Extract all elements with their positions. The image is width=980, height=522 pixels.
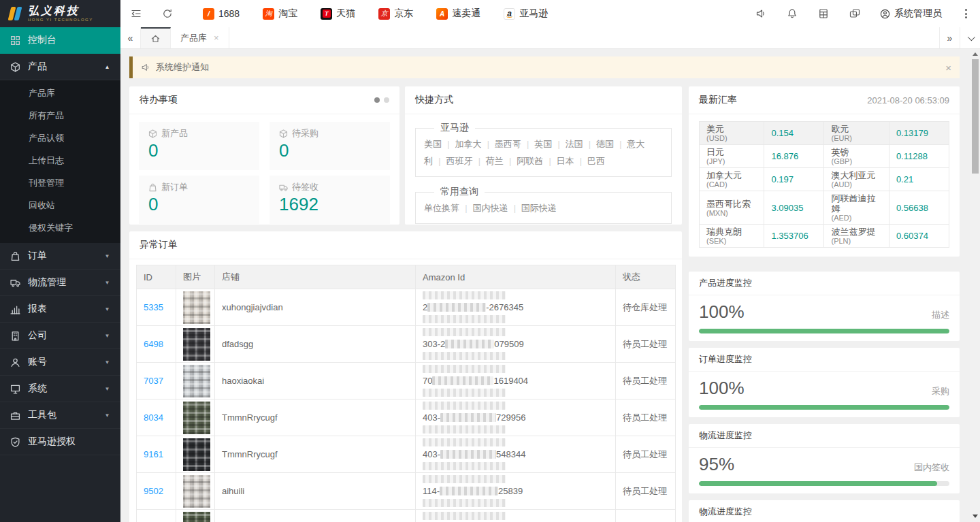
sidebar-item-company[interactable]: 公司 ▼ — [0, 323, 120, 349]
link-tmall[interactable]: 天猫 — [309, 7, 367, 20]
shortcut-link[interactable]: 墨西哥 — [495, 139, 521, 149]
order-id-link[interactable]: 7037 — [144, 376, 163, 386]
main-area: 1688 淘宝 天猫 京东 速卖通 亚马逊 系统管理员 « — [120, 0, 980, 522]
tabs-scroll-right-icon[interactable]: » — [939, 27, 960, 48]
sidebar-item-orders[interactable]: 订单 ▼ — [0, 243, 120, 270]
order-id-link[interactable]: 8034 — [144, 412, 163, 423]
app-window: 弘义科技 HONG YI TECHNOLOGY 控制台 产品 ▲ 产品库 所有产… — [0, 0, 980, 522]
company-building-icon — [10, 331, 20, 341]
col-id: ID — [137, 265, 176, 289]
currency-exchange-icon[interactable] — [839, 0, 870, 27]
maintenance-notice: 系统维护通知 × — [129, 56, 960, 78]
sidebar-item-product-library[interactable]: 产品库 — [0, 82, 120, 104]
tabs-scroll-left-icon[interactable]: « — [120, 27, 141, 48]
sidebar-item-label: 报表 — [28, 303, 47, 315]
sidebar-item-all-products[interactable]: 所有产品 — [0, 104, 120, 127]
product-image-pixelated — [183, 438, 210, 471]
collapse-sidebar-icon[interactable] — [120, 0, 152, 27]
table-row: 5335 xuhongjiajvdian 2-2676345 — [137, 289, 676, 326]
report-chart-icon — [10, 304, 20, 314]
taobao-icon — [263, 8, 274, 20]
sidebar-item-upload-log[interactable]: 上传日志 — [0, 149, 120, 172]
order-id-link[interactable]: 9161 — [144, 449, 163, 459]
shop-name: xuhongjiajvdian — [222, 302, 283, 312]
1688-icon — [203, 8, 214, 20]
sidebar-item-console[interactable]: 控制台 — [0, 27, 120, 54]
rate-row: 日元(JPY) 16.876 英镑(GBP) 0.11288 — [700, 145, 949, 168]
scrollbar-up-arrow-icon[interactable] — [973, 52, 978, 56]
sidebar-item-amazon-auth[interactable]: 亚马逊授权 — [0, 429, 120, 455]
sidebar-item-label: 物流管理 — [28, 276, 66, 289]
shortcut-link[interactable]: 阿联酋 — [517, 156, 543, 166]
sidebar: 弘义科技 HONG YI TECHNOLOGY 控制台 产品 ▲ 产品库 所有产… — [0, 0, 120, 522]
shortcut-link[interactable]: 国内快递 — [472, 203, 508, 213]
sidebar-item-label: 控制台 — [28, 34, 56, 46]
shortcut-link[interactable]: 单位换算 — [424, 203, 459, 213]
user-menu[interactable]: 系统管理员 — [870, 7, 951, 20]
sidebar-item-accounts[interactable]: 账号 ▼ — [0, 349, 120, 376]
shortcut-link[interactable]: 加拿大 — [455, 139, 481, 149]
shortcut-link[interactable]: 法国 — [566, 139, 583, 149]
link-taobao[interactable]: 淘宝 — [251, 7, 309, 20]
link-1688[interactable]: 1688 — [191, 8, 251, 20]
status-badge: 待员工处理 — [623, 376, 667, 386]
status-badge: 待员工处理 — [623, 412, 667, 423]
carousel-dot[interactable] — [384, 97, 389, 103]
chevron-down-icon: ▼ — [105, 412, 110, 419]
progress-bar — [699, 481, 949, 486]
shortcut-link[interactable]: 德国 — [596, 139, 614, 149]
tab-product-library[interactable]: 产品库 × — [171, 27, 229, 48]
sidebar-item-logistics[interactable]: 物流管理 ▼ — [0, 270, 120, 296]
more-options-kebab-icon[interactable] — [951, 0, 980, 27]
notice-close-icon[interactable]: × — [945, 62, 951, 74]
sidebar-item-system[interactable]: 系统 ▼ — [0, 376, 120, 402]
announcement-speaker-icon[interactable] — [745, 0, 777, 27]
notifications-bell-icon[interactable] — [777, 0, 808, 27]
tabs-menu-chevron-icon[interactable] — [960, 27, 980, 48]
sidebar-item-product[interactable]: 产品 ▲ — [0, 54, 120, 80]
chevron-down-icon: ▼ — [105, 280, 110, 286]
shortcut-link[interactable]: 巴西 — [587, 156, 605, 166]
link-aliexpress[interactable]: 速卖通 — [425, 7, 492, 20]
product-image-pixelated — [183, 328, 210, 361]
shortcut-link[interactable]: 西班牙 — [446, 156, 472, 166]
amazon-id-cell: 114-25839 — [416, 473, 616, 510]
tab-home[interactable] — [141, 27, 171, 48]
order-id-link[interactable]: 9502 — [144, 486, 163, 496]
sidebar-item-infringing-keywords[interactable]: 侵权关键字 — [0, 216, 120, 239]
tab-close-icon[interactable]: × — [214, 33, 219, 43]
link-jd[interactable]: 京东 — [367, 7, 425, 20]
col-status: 状态 — [616, 265, 676, 289]
dashboard-icon — [10, 35, 20, 46]
sidebar-item-toolkit[interactable]: 工具包 ▼ — [0, 402, 120, 429]
exchange-rates-table: 美元(USD) 0.154 欧元(EUR) 0.13179 日元(JPY) 16… — [699, 121, 949, 248]
speaker-icon — [141, 63, 150, 72]
shortcut-link[interactable]: 日本 — [557, 156, 574, 166]
order-id-link[interactable]: 5335 — [144, 302, 163, 312]
table-row: 8034 TmmnRrycugf 403-729956 待 — [137, 399, 676, 436]
calculator-icon[interactable] — [808, 0, 839, 27]
shortcut-link[interactable]: 英国 — [534, 139, 552, 149]
shortcut-link[interactable]: 荷兰 — [486, 156, 504, 166]
logistics-progress-card-international: 物流进度监控 96%国际发货 — [689, 500, 960, 522]
sidebar-item-reports[interactable]: 报表 ▼ — [0, 296, 120, 323]
product-image-pixelated — [183, 512, 210, 522]
shortcut-link[interactable]: 美国 — [424, 139, 442, 149]
carousel-dot-active[interactable] — [374, 97, 380, 103]
chevron-down-icon: ▼ — [105, 386, 110, 392]
monitor-title: 物流进度监控 — [699, 506, 752, 518]
scrollbar-thumb[interactable] — [972, 59, 979, 174]
table-row: 9993 TmmnRrycugf 33 待员工处理 — [137, 510, 676, 522]
sidebar-item-recycle-bin[interactable]: 回收站 — [0, 194, 120, 216]
vertical-scrollbar[interactable] — [970, 49, 980, 522]
refresh-icon[interactable] — [152, 0, 183, 27]
order-id-link[interactable]: 6498 — [144, 339, 163, 349]
chevron-down-icon: ▼ — [105, 306, 110, 312]
shortcut-link[interactable]: 国际快递 — [521, 203, 557, 213]
link-amazon[interactable]: 亚马逊 — [492, 7, 559, 20]
col-amazon-id: Amazon Id — [416, 265, 616, 289]
sidebar-item-product-claim[interactable]: 产品认领 — [0, 127, 120, 149]
sidebar-item-listing-manage[interactable]: 刊登管理 — [0, 172, 120, 194]
amazon-icon — [504, 8, 515, 20]
scrollbar-down-arrow-icon[interactable] — [973, 515, 978, 518]
